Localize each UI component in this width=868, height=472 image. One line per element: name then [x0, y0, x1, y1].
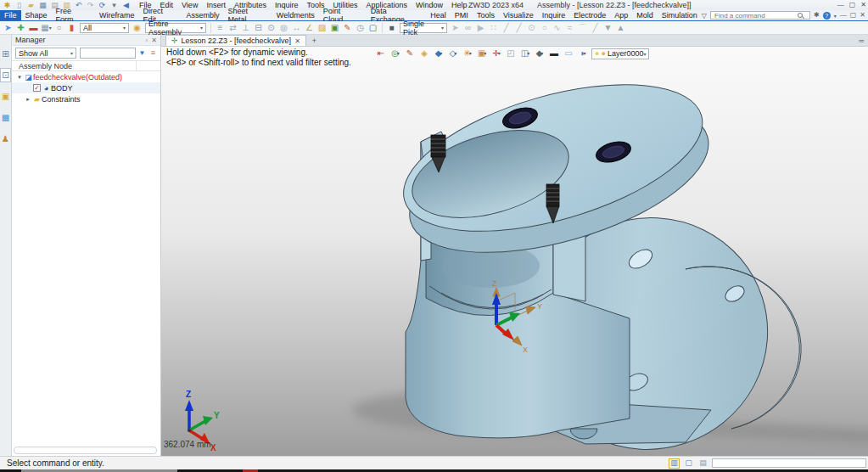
tree-search-input[interactable] — [80, 48, 136, 59]
menu-item[interactable]: Inquire — [271, 1, 303, 9]
expander-icon[interactable]: ▸ — [24, 96, 32, 103]
viewport[interactable]: Hold down <F2> for dynamic viewing. <F8>… — [161, 47, 868, 456]
doc-close-button[interactable]: ✕ — [860, 12, 865, 19]
save-icon[interactable]: ▦ — [37, 1, 48, 10]
manager-hscrollbar[interactable] — [14, 447, 157, 454]
pick-polyline-icon[interactable]: ∿ — [551, 22, 563, 34]
tree-row-body[interactable]: ✓ ◕ BODY — [12, 82, 160, 93]
ribbon-tab[interactable]: Visualize — [499, 10, 538, 20]
angle-constraint-icon[interactable]: ∠ — [303, 22, 316, 34]
ribbon-tab[interactable]: Point Cloud — [319, 10, 367, 20]
select-icon[interactable]: ➤ — [2, 22, 14, 34]
settings-gear-icon[interactable]: ✱ — [814, 12, 820, 19]
pick-edge-icon[interactable]: ╱ — [589, 22, 602, 34]
pane-toggle-icon[interactable]: ≂ — [858, 35, 868, 46]
tree-row-root[interactable]: ▾ ◪ feedcheckvalve(Outdated) — [12, 71, 160, 82]
exit-icon[interactable]: ⇤ — [375, 48, 387, 59]
collapse-icon[interactable]: ◀ — [120, 1, 132, 10]
role-manager-icon[interactable]: ♟ — [0, 132, 11, 146]
tree-row-constraints[interactable]: ▸ ▰ Constraints — [12, 93, 160, 104]
tab-close-icon[interactable]: ✕ — [294, 37, 300, 45]
pick-circle-icon[interactable]: ○ — [538, 22, 551, 34]
ribbon-tab[interactable]: File — [0, 10, 21, 20]
distance-constraint-icon[interactable]: ↔ — [290, 22, 303, 34]
find-command-input[interactable] — [713, 11, 798, 20]
align-move-icon[interactable]: ⇄ — [227, 22, 239, 34]
minimize-button[interactable]: — — [837, 2, 844, 8]
new-file-icon[interactable]: ▯ — [14, 1, 25, 10]
menu-item[interactable]: Insert — [202, 1, 230, 9]
filter-combo[interactable]: All▾ — [80, 23, 129, 33]
display-mode-icon[interactable]: ◇▾ — [447, 48, 459, 59]
sort-icon[interactable]: ≡ — [148, 49, 158, 57]
assembly-manager-icon[interactable]: ⊡ — [0, 68, 11, 82]
ribbon-tab[interactable]: Sheet Metal — [223, 10, 272, 20]
view-manager-icon[interactable]: ▩ — [0, 110, 11, 125]
doc-restore-button[interactable]: ▢ — [850, 12, 857, 19]
tangent-constraint-icon[interactable]: ⊙ — [265, 22, 277, 34]
monitor-icon[interactable]: ▢ — [683, 458, 694, 469]
clip-plane-icon[interactable]: ▬ — [548, 48, 560, 59]
coincident-constraint-icon[interactable]: ⊟ — [252, 22, 265, 34]
layer-combo[interactable]: ● ● Layer0000 ▾ — [591, 48, 649, 59]
ribbon-tab[interactable]: Weldments — [272, 10, 319, 20]
ribbon-tab[interactable]: Wireframe — [95, 10, 139, 20]
ribbon-tab[interactable]: Inquire — [538, 10, 570, 20]
ribbon-tab[interactable]: Mold — [632, 10, 658, 20]
pick-circle-center-icon[interactable]: ⊙ — [525, 22, 538, 34]
model-canvas[interactable]: Z Y X Z Y X — [161, 47, 868, 456]
doc-minimize-button[interactable]: — — [840, 12, 847, 19]
window-list-icon[interactable]: ▤ — [697, 458, 708, 469]
ribbon-tab[interactable]: Electrode — [569, 10, 610, 20]
customize-icon[interactable]: ▾ — [109, 1, 120, 10]
pick-last-icon[interactable]: ▲ — [614, 22, 627, 34]
component-folder-icon[interactable]: ▨ — [316, 22, 328, 34]
ribbon-tab[interactable]: Shape — [21, 10, 52, 20]
remove-entity-icon[interactable]: ▬ — [27, 22, 40, 34]
pick-chain-icon[interactable]: ∞ — [462, 22, 474, 34]
view-standard-icon[interactable]: ◈ — [418, 48, 430, 59]
pick-line-icon[interactable]: ╱ — [500, 22, 512, 34]
ribbon-tab[interactable]: Free Form — [52, 10, 95, 20]
pick-from-list-icon[interactable]: ▼ — [602, 22, 614, 34]
close-button[interactable]: ✕ — [860, 2, 866, 8]
expander-icon[interactable]: ▾ — [15, 74, 24, 81]
dashed-circle-icon[interactable]: ○ — [53, 22, 65, 34]
regen-assembly-icon[interactable]: ◉ — [131, 22, 143, 34]
section-view-icon[interactable]: ◫▾ — [519, 48, 531, 59]
help-caret-icon[interactable]: ▾ — [834, 13, 837, 19]
find-command-box[interactable] — [710, 11, 810, 20]
paint-icon[interactable]: ✎ — [404, 48, 416, 59]
new-tab-button[interactable]: + — [306, 35, 322, 46]
pick-arc-icon[interactable]: ⌒ — [576, 22, 589, 34]
concentric-constraint-icon[interactable]: ◎ — [277, 22, 290, 34]
view-orient-icon[interactable]: ✳▾ — [462, 48, 473, 59]
edit-component-icon[interactable]: ✎ — [341, 22, 354, 34]
open-file-icon[interactable]: ▰ — [25, 1, 36, 10]
history-manager-icon[interactable]: ⊞ — [0, 47, 11, 61]
panel-toggle-icon[interactable]: ▥ — [669, 458, 680, 469]
render-mode-icon[interactable]: ◆▾ — [534, 48, 546, 59]
shaded-display-icon[interactable]: ◆▾ — [433, 48, 445, 59]
datum-display-icon[interactable]: ✛▾ — [490, 48, 502, 59]
ribbon-tab[interactable]: App — [610, 10, 632, 20]
pick-segment-icon[interactable]: ╱ — [512, 22, 525, 34]
background-icon[interactable]: ▣▾ — [476, 48, 488, 59]
manager-close-icon[interactable]: ✕ — [151, 37, 157, 44]
app-logo-icon[interactable]: ✱ — [2, 1, 13, 10]
history-icon[interactable]: ◷ — [354, 22, 367, 34]
fix-constraint-icon[interactable]: ⊥ — [239, 22, 252, 34]
tree-filter-combo[interactable]: Show All▾ — [15, 48, 76, 59]
pick-mode-icon[interactable]: ■ — [385, 22, 398, 34]
pick-combo[interactable]: Single Pick▾ — [400, 23, 447, 33]
manager-minimize-icon[interactable]: ▫ — [145, 37, 148, 44]
flag-icon[interactable]: ▽ — [702, 12, 707, 20]
scope-combo[interactable]: Entire Assembly▾ — [145, 23, 206, 33]
visibility-icon[interactable]: ◗▾ — [577, 48, 589, 59]
filter-funnel-icon[interactable]: ▼ — [137, 50, 147, 57]
visual-manager-icon[interactable]: ▣ — [0, 89, 11, 104]
restore-button[interactable]: ▢ — [849, 2, 856, 8]
table-edit-icon[interactable]: ▦▾ — [40, 22, 53, 34]
pick-spline-icon[interactable]: ≈ — [563, 22, 576, 34]
add-entity-icon[interactable]: ✚ — [14, 22, 27, 34]
